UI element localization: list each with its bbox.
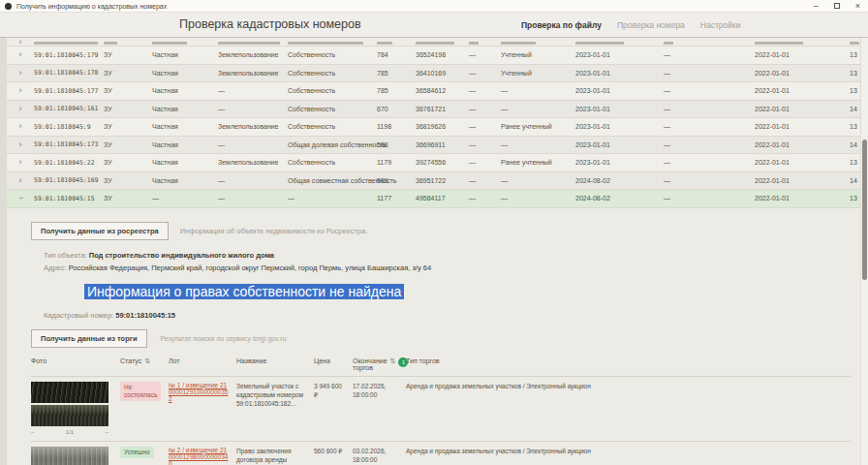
cell-dash: — <box>469 106 501 112</box>
col-name: Название <box>236 357 314 371</box>
table-row[interactable]: › 59:01:1810045:9 ЗУ Частная Землепользо… <box>7 118 860 137</box>
lot-photo[interactable] <box>31 405 108 426</box>
cell-value: 36584612 <box>416 87 469 94</box>
cadastral-table-body: › 59:01:1810045:179 ЗУ Частная Землеполь… <box>7 46 860 208</box>
lot-link[interactable]: № 2 / извещение 21000012980000000340 <box>169 447 236 465</box>
clipped-text <box>104 42 117 45</box>
cell-dash: — <box>664 195 755 202</box>
cell-object-type: ЗУ <box>104 106 152 112</box>
lot-photo[interactable] <box>31 447 108 465</box>
table-row[interactable]: › 59:01:1810045:15 ЗУ — — — 1177 4958411… <box>7 190 860 208</box>
cell-date-1: 2024-08-02 <box>575 177 664 184</box>
cell-ownership-form: — <box>152 195 218 202</box>
page-title: Проверка кадастровых номеров <box>179 17 361 31</box>
cell-status: Учтенный <box>501 51 575 58</box>
table-row[interactable]: › 59:01:1810045:173 ЗУ Частная — Общая д… <box>7 137 860 155</box>
cell-usage: — <box>218 106 288 112</box>
carousel-page-indicator: 1/1 <box>66 429 74 435</box>
cell-area: 670 <box>377 106 416 112</box>
carousel-prev-icon[interactable]: – <box>31 429 34 435</box>
tab-check-by-file[interactable]: Проверка по файлу <box>521 20 602 30</box>
cell-object-type: ЗУ <box>104 70 152 77</box>
table-row[interactable]: › 59:01:1810045:22 ЗУ Частная Землепольз… <box>7 154 860 172</box>
cell-right-type: Собственность <box>288 123 377 130</box>
cell-dash: — <box>469 177 501 184</box>
lot-photo[interactable] <box>31 382 108 403</box>
chevron-right-icon[interactable]: › <box>19 50 22 59</box>
address-label: Адрес: <box>44 264 67 272</box>
table-row-partial[interactable]: › <box>7 38 860 46</box>
cell-usage: Землепользование <box>218 70 288 77</box>
tab-settings[interactable]: Настройки <box>700 20 741 30</box>
sort-icon[interactable]: ⇅ <box>390 357 396 365</box>
lot-auction-type: Аренда и продажа земельных участков / Эл… <box>406 382 851 435</box>
chevron-right-icon[interactable]: › <box>19 69 22 78</box>
cell-dash: — <box>664 123 755 130</box>
get-torgi-data-button[interactable]: Получить данные из торги <box>31 329 147 348</box>
lot-link[interactable]: № 1 / извещение 21000012910000000352 <box>169 382 236 402</box>
tab-check-number[interactable]: Проверка номера <box>617 20 685 30</box>
col-status-label: Статус <box>120 357 141 364</box>
lot-photo-carousel[interactable]: – 1/1 – <box>31 382 108 435</box>
scrollbar-thumb[interactable] <box>862 140 867 280</box>
table-row[interactable]: › 59:01:1810045:169 ЗУ Частная — Общая с… <box>7 172 860 191</box>
table-row[interactable]: › 59:01:1810045:177 ЗУ Частная — Собстве… <box>7 82 860 101</box>
col-status[interactable]: Статус ⇅ <box>120 357 169 371</box>
col-end[interactable]: Окончание торгов ⇅ 1 <box>353 357 406 371</box>
sort-icon[interactable]: ⇅ <box>144 357 150 365</box>
left-scrollbar-track[interactable] <box>0 38 7 465</box>
table-row[interactable]: › 59:01:1810045:178 ЗУ Частная Землеполь… <box>7 65 860 83</box>
lot-price: 3 949 600 ₽ <box>314 382 353 435</box>
cell-dash: — <box>469 87 501 94</box>
chevron-down-icon[interactable]: › <box>16 197 25 200</box>
cell-object-type: ЗУ <box>104 123 152 130</box>
minimize-icon[interactable]: – <box>814 2 819 11</box>
cell-dash: — <box>469 195 501 202</box>
address-line: Адрес: Российская Федерация, Пермский кр… <box>44 262 851 274</box>
ownership-not-found-highlight: Информация о правах собственности не най… <box>84 284 404 299</box>
table-row[interactable]: › 59:01:1810045:179 ЗУ Частная Землеполь… <box>7 46 860 65</box>
cell-date-1: 2024-08-02 <box>575 195 664 202</box>
cell-area: 1177 <box>377 195 416 202</box>
close-icon[interactable]: × <box>855 2 860 11</box>
chevron-right-icon[interactable]: › <box>19 140 22 149</box>
clipped-text <box>469 42 479 45</box>
chevron-right-icon[interactable]: › <box>19 86 22 95</box>
lot-photo-carousel[interactable] <box>31 447 108 465</box>
chevron-right-icon[interactable]: › <box>19 158 22 167</box>
status-badge: Успешно <box>120 447 154 458</box>
status-badge: Не состоялась <box>120 382 161 401</box>
window-controls: – × <box>814 2 860 11</box>
tab-object-info[interactable]: Информация об объекте недвижимости из Ро… <box>180 227 368 235</box>
torgi-row: Успешно № 2 / извещение 2100001298000000… <box>31 442 851 465</box>
cell-usage: Землепользование <box>218 159 288 166</box>
app-icon <box>5 3 12 10</box>
lot-end-date: 17.02.2026, 18:00:00 <box>353 382 406 435</box>
cell-dash: — <box>664 87 755 94</box>
cell-area: 784 <box>377 51 416 58</box>
clipped-text <box>575 42 624 45</box>
col-price: Цена <box>314 357 353 371</box>
cell-date-1: 2023-01-01 <box>575 141 664 148</box>
cell-right-type: Собственность <box>288 70 377 77</box>
carousel-next-icon[interactable]: – <box>106 429 108 435</box>
chevron-right-icon[interactable]: › <box>19 122 22 131</box>
col-type: Тип торгов <box>406 357 851 371</box>
clipped-text <box>501 42 536 45</box>
cell-right-type: Собственность <box>288 106 377 112</box>
chevron-right-icon[interactable]: › <box>19 176 22 185</box>
cell-ownership-form: Частная <box>152 70 218 77</box>
cell-value: 36524198 <box>416 51 469 58</box>
cell-right-type: Общая долевая собственность <box>288 141 377 148</box>
chevron-right-icon[interactable]: › <box>19 105 22 113</box>
lot-name: Право заключения договора аренды земельн… <box>236 447 314 465</box>
table-row[interactable]: › 59:01:1810045:161 ЗУ Частная — Собстве… <box>7 101 860 119</box>
chevron-right-icon[interactable]: › <box>19 38 22 46</box>
cell-area: 589 <box>377 177 416 184</box>
maximize-icon[interactable] <box>834 3 840 9</box>
cell-cadastral-number: 59:01:1810045:177 <box>34 87 104 95</box>
vertical-scrollbar[interactable] <box>860 38 868 465</box>
clipped-text <box>34 42 98 45</box>
cell-value: 36819626 <box>416 123 469 130</box>
get-rosreestr-data-button[interactable]: Получить данные из росреестра <box>31 222 169 240</box>
